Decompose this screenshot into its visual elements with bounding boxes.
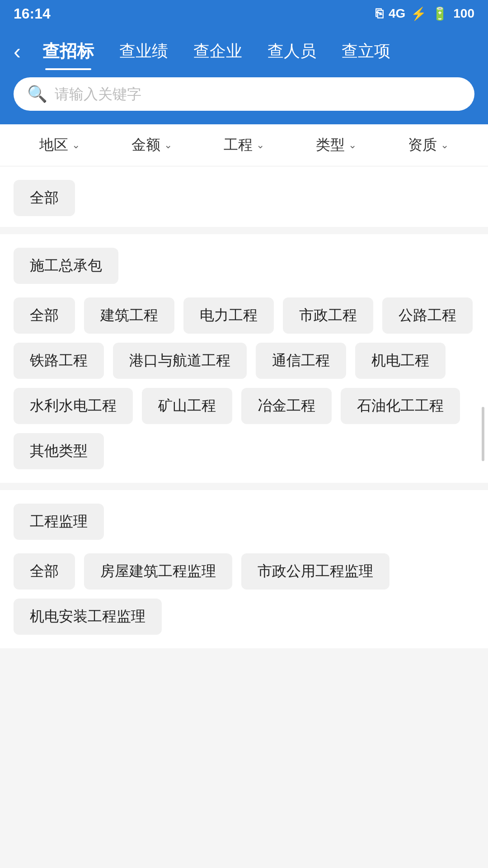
- chevron-down-icon: ⌄: [348, 139, 357, 151]
- search-bar: 🔍: [14, 77, 474, 111]
- tag-all[interactable]: 全部: [14, 180, 75, 216]
- tag-group-all: 全部: [14, 180, 474, 216]
- nav-tabs: ‹ 查招标 查业绩 查企业 查人员 查立项: [14, 36, 474, 66]
- section-shigong: 施工总承包 全部 建筑工程 电力工程 市政工程 公路工程 铁路工程 港口与航道工…: [0, 234, 488, 490]
- filter-type-label: 类型: [316, 135, 345, 155]
- tag-jidian-jianli[interactable]: 机电安装工程监理: [14, 599, 162, 635]
- tag-shizheng-jianli[interactable]: 市政公用工程监理: [241, 553, 389, 590]
- tag-yejin[interactable]: 冶金工程: [241, 388, 332, 424]
- tab-renyuan[interactable]: 查人员: [255, 37, 329, 66]
- header: ‹ 查招标 查业绩 查企业 查人员 查立项 🔍: [0, 27, 488, 124]
- search-icon: 🔍: [27, 85, 47, 104]
- tag-group-shigong: 全部 建筑工程 电力工程 市政工程 公路工程 铁路工程 港口与航道工程 通信工程…: [14, 297, 474, 469]
- tag-tongxin[interactable]: 通信工程: [256, 343, 346, 379]
- scrollbar[interactable]: [482, 407, 484, 461]
- content: 全部 施工总承包 全部 建筑工程 电力工程 市政工程 公路工程 铁路工程 港口与…: [0, 166, 488, 656]
- tag-shiyou[interactable]: 石油化工工程: [341, 388, 460, 424]
- tab-qiye[interactable]: 查企业: [181, 37, 255, 66]
- tag-fangwu-jianli[interactable]: 房屋建筑工程监理: [84, 553, 232, 590]
- section-header-shigong[interactable]: 施工总承包: [14, 248, 118, 284]
- tag-qita[interactable]: 其他类型: [14, 433, 104, 469]
- filter-bar: 地区 ⌄ 金额 ⌄ 工程 ⌄ 类型 ⌄ 资质 ⌄: [0, 124, 488, 166]
- filter-amount-label: 金额: [131, 135, 160, 155]
- status-bar: 16:14 ⎘ 4G ⚡ 🔋 100: [0, 0, 488, 27]
- chevron-down-icon: ⌄: [256, 139, 264, 151]
- filter-amount[interactable]: 金额 ⌄: [106, 135, 198, 155]
- tag-shizheng[interactable]: 市政工程: [283, 297, 373, 334]
- tag-gonglu[interactable]: 公路工程: [382, 297, 473, 334]
- chevron-down-icon: ⌄: [72, 139, 80, 151]
- tag-dianli[interactable]: 电力工程: [183, 297, 274, 334]
- chevron-down-icon: ⌄: [164, 139, 172, 151]
- signal-icon: 4G: [389, 6, 405, 21]
- status-time: 16:14: [14, 5, 51, 22]
- tab-yeji[interactable]: 查业绩: [107, 37, 181, 66]
- battery-level: 100: [453, 6, 474, 21]
- tag-tielu[interactable]: 铁路工程: [14, 343, 104, 379]
- tag-jianzhu[interactable]: 建筑工程: [84, 297, 174, 334]
- section-all: 全部: [0, 166, 488, 234]
- tag-group-jianli: 全部 房屋建筑工程监理 市政公用工程监理 机电安装工程监理: [14, 553, 474, 635]
- filter-qualification[interactable]: 资质 ⌄: [382, 135, 474, 155]
- filter-qualification-label: 资质: [408, 135, 437, 155]
- section-header-jianli[interactable]: 工程监理: [14, 504, 104, 540]
- filter-area[interactable]: 地区 ⌄: [14, 135, 106, 155]
- filter-engineering-label: 工程: [224, 135, 253, 155]
- tag-shuili[interactable]: 水利水电工程: [14, 388, 133, 424]
- chevron-down-icon: ⌄: [441, 139, 449, 151]
- sim-icon: ⎘: [375, 6, 383, 21]
- filter-engineering[interactable]: 工程 ⌄: [198, 135, 290, 155]
- tag-jianli-all[interactable]: 全部: [14, 553, 75, 590]
- back-button[interactable]: ‹: [14, 41, 21, 62]
- search-input[interactable]: [55, 86, 461, 103]
- battery-icon: 🔋: [432, 6, 448, 21]
- bolt-icon: ⚡: [411, 6, 427, 21]
- tag-kuangshan[interactable]: 矿山工程: [142, 388, 232, 424]
- filter-area-label: 地区: [39, 135, 68, 155]
- tab-zhaobiao[interactable]: 查招标: [30, 36, 107, 66]
- filter-type[interactable]: 类型 ⌄: [290, 135, 382, 155]
- tag-shigong-all[interactable]: 全部: [14, 297, 75, 334]
- tab-lixiang[interactable]: 查立项: [329, 37, 403, 66]
- status-icons: ⎘ 4G ⚡ 🔋 100: [375, 6, 474, 21]
- tag-jidian[interactable]: 机电工程: [355, 343, 446, 379]
- tag-gangkou[interactable]: 港口与航道工程: [113, 343, 247, 379]
- section-jianli: 工程监理 全部 房屋建筑工程监理 市政公用工程监理 机电安装工程监理: [0, 490, 488, 656]
